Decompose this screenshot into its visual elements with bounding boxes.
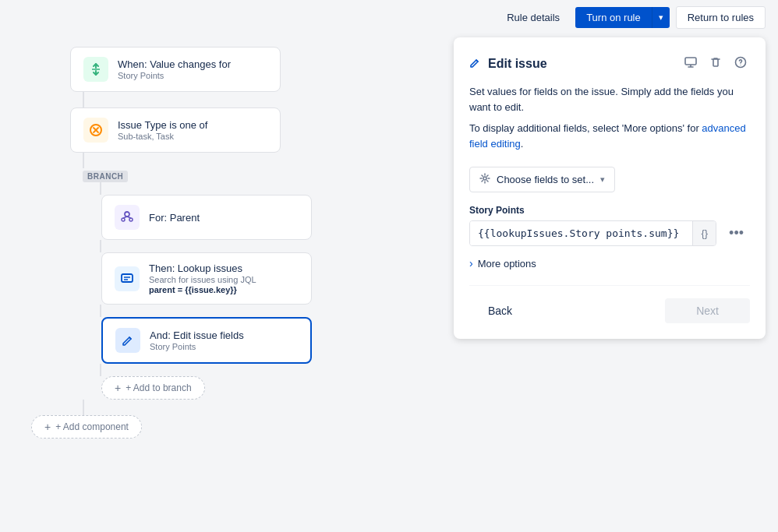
connector-5 [100, 364, 101, 376]
more-options-label: More options [478, 258, 536, 270]
flow-item-when-subtitle: Story Points [118, 71, 231, 80]
flow-item-lookup-jql: parent = {{issue.key}} [149, 285, 256, 294]
story-points-label: Story Points [469, 205, 750, 216]
flow-item-issue-type-text: Issue Type is one of Sub-task, Task [118, 119, 207, 141]
connector-3 [100, 240, 101, 252]
flow-item-lookup-text: Then: Lookup issues Search for issues us… [149, 262, 256, 294]
svg-point-7 [122, 218, 125, 221]
help-button[interactable] [731, 53, 750, 75]
flow-item-when-title: When: Value changes for [118, 58, 231, 70]
flow-icon-edit-issue [115, 328, 140, 353]
flow-item-for-parent-title: For: Parent [149, 212, 200, 224]
flow-item-issue-type-subtitle: Sub-task, Task [118, 132, 207, 141]
branch-label: BRANCH [83, 171, 128, 182]
field-more-button[interactable]: ••• [723, 222, 750, 245]
choose-fields-label: Choose fields to set... [497, 174, 594, 185]
add-to-branch-label: + Add to branch [126, 382, 191, 393]
story-points-input-container: {} [469, 220, 716, 246]
add-component-label: + Add component [55, 421, 129, 432]
flow-icon-issue-type [83, 118, 108, 143]
add-to-branch-button[interactable]: + + Add to branch [101, 376, 205, 400]
choose-fields-button[interactable]: Choose fields to set... ▾ [469, 167, 615, 192]
flow-item-when[interactable]: When: Value changes for Story Points [70, 47, 281, 92]
more-options-chevron: › [469, 257, 473, 270]
connector-4 [100, 305, 101, 317]
svg-line-9 [123, 217, 127, 218]
flow-item-for-parent-text: For: Parent [149, 212, 200, 224]
story-points-input[interactable] [470, 221, 692, 245]
add-to-branch-icon: + [115, 382, 121, 394]
svg-rect-11 [122, 274, 133, 282]
svg-point-18 [740, 65, 741, 65]
flow-item-edit-issue-subtitle: Story Points [150, 342, 244, 351]
flow-item-edit-issue-text: And: Edit issue fields Story Points [150, 329, 244, 351]
panel-desc-text: To display additional fields, select 'Mo… [469, 122, 702, 134]
edit-issue-panel: Edit issue [454, 37, 766, 339]
panel-description-1: Set values for fields on the issue. Simp… [469, 84, 750, 115]
edit-icon [469, 56, 482, 72]
monitor-button[interactable] [681, 53, 700, 75]
svg-rect-14 [685, 58, 696, 65]
rule-details-link[interactable]: Rule details [497, 7, 569, 28]
add-component-button[interactable]: + + Add component [31, 415, 142, 439]
flow-item-edit-issue-title: And: Edit issue fields [150, 329, 244, 341]
canvas: When: Value changes for Story Points Iss… [0, 0, 452, 532]
add-component-icon: + [44, 421, 51, 433]
more-options-row[interactable]: › More options [469, 257, 750, 270]
gear-icon [479, 173, 490, 186]
connector-6 [83, 400, 84, 415]
svg-point-19 [483, 177, 486, 180]
svg-line-10 [127, 217, 131, 218]
flow-icon-for-parent [115, 205, 140, 230]
field-tag-button[interactable]: {} [692, 221, 716, 245]
return-button[interactable]: Return to rules [676, 6, 766, 29]
flow-item-issue-type-title: Issue Type is one of [118, 119, 207, 131]
panel-header: Edit issue [469, 53, 750, 75]
top-bar: Rule details Turn on rule ▾ Return to ru… [485, 0, 778, 35]
connector-2 [83, 153, 84, 168]
panel-title-row: Edit issue [469, 56, 547, 72]
flow-item-edit-issue[interactable]: And: Edit issue fields Story Points [101, 317, 312, 364]
flow-icon-when [83, 57, 108, 82]
next-button[interactable]: Next [665, 298, 750, 323]
panel-actions [681, 53, 750, 75]
panel-title: Edit issue [488, 57, 547, 71]
turn-on-btn-group: Turn on rule ▾ [575, 7, 670, 28]
flow-item-when-text: When: Value changes for Story Points [118, 58, 231, 80]
delete-button[interactable] [706, 53, 725, 75]
back-button[interactable]: Back [469, 298, 531, 323]
flow-item-issue-type[interactable]: Issue Type is one of Sub-task, Task [70, 107, 281, 153]
branch-connector [100, 182, 101, 195]
flow-item-lookup-subtitle: Search for issues using JQL [149, 275, 256, 284]
choose-fields-chevron: ▾ [600, 174, 605, 185]
turn-on-button[interactable]: Turn on rule [575, 7, 652, 28]
turn-on-chevron-button[interactable]: ▾ [652, 7, 670, 28]
panel-footer: Back Next [469, 285, 750, 323]
flow-item-lookup[interactable]: Then: Lookup issues Search for issues us… [101, 252, 312, 305]
connector-1 [83, 92, 84, 107]
svg-point-6 [125, 212, 129, 217]
story-points-field-row: {} ••• [469, 220, 750, 246]
flow-icon-lookup [115, 266, 140, 291]
panel-description-2: To display additional fields, select 'Mo… [469, 121, 750, 151]
flow-item-for-parent[interactable]: For: Parent [101, 195, 312, 240]
flow-item-lookup-title: Then: Lookup issues [149, 262, 256, 274]
svg-point-8 [129, 218, 133, 221]
